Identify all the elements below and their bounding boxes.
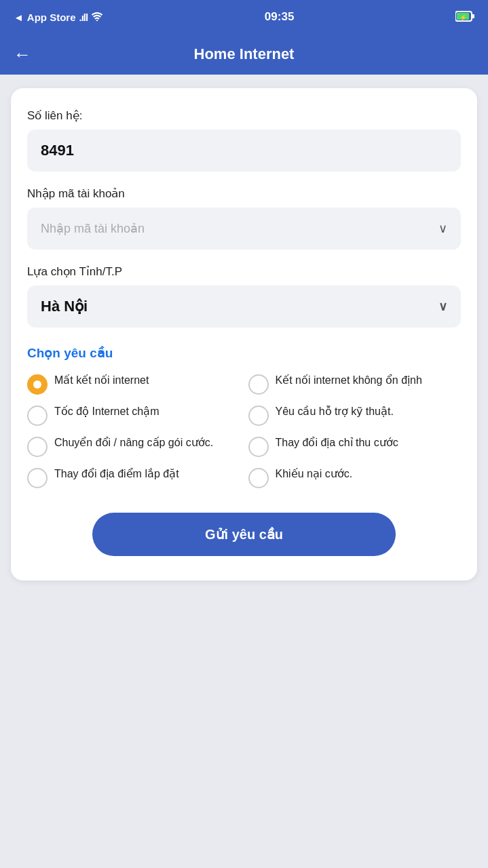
contact-input[interactable] (27, 130, 461, 172)
radio-label-3: Tốc độ Internet chậm (54, 404, 159, 419)
account-placeholder: Nhập mã tài khoản (41, 221, 145, 236)
province-label: Lựa chọn Tỉnh/T.P (27, 264, 461, 279)
account-label: Nhập mã tài khoản (27, 186, 461, 201)
status-left: ◄ App Store .ıll (14, 12, 103, 23)
carrier-label: App Store (27, 12, 76, 23)
main-content: Số liên hệ: Nhập mã tài khoản Nhập mã tà… (0, 75, 488, 601)
battery-icon: ⚡ (455, 11, 474, 24)
radio-option-6[interactable]: Thay đổi địa chỉ thu cước (248, 435, 462, 457)
radio-circle-6 (248, 437, 269, 457)
section-header: Chọn yêu cầu (27, 345, 461, 361)
chevron-down-icon-2: ∨ (438, 299, 447, 314)
radio-grid: Mất kết nối internet Kết nối internet kh… (27, 373, 461, 488)
radio-circle-2 (248, 374, 269, 395)
svg-point-0 (96, 20, 98, 21)
status-right: ⚡ (455, 11, 474, 24)
chevron-down-icon: ∨ (438, 221, 447, 236)
radio-circle-4 (248, 406, 269, 426)
status-time: 09:35 (265, 10, 294, 24)
radio-option-1[interactable]: Mất kết nối internet (27, 373, 240, 395)
radio-label-1: Mất kết nối internet (54, 373, 149, 388)
svg-text:⚡: ⚡ (459, 14, 468, 22)
radio-circle-7 (27, 468, 48, 488)
page-title: Home Internet (194, 45, 295, 63)
radio-circle-3 (27, 406, 48, 426)
back-button[interactable]: ← (14, 44, 31, 65)
back-carrier-icon: ◄ (14, 12, 24, 23)
radio-label-6: Thay đổi địa chỉ thu cước (276, 435, 398, 450)
radio-circle-5 (27, 437, 48, 457)
radio-circle-8 (248, 468, 269, 488)
radio-option-8[interactable]: Khiếu nại cước. (248, 467, 462, 488)
radio-label-7: Thay đổi địa điểm lắp đặt (54, 467, 179, 481)
radio-circle-1 (27, 374, 48, 395)
radio-option-7[interactable]: Thay đổi địa điểm lắp đặt (27, 467, 240, 488)
radio-label-8: Khiếu nại cước. (276, 467, 353, 481)
svg-rect-2 (472, 14, 474, 18)
contact-label: Số liên hệ: (27, 108, 461, 123)
status-bar: ◄ App Store .ıll 09:35 ⚡ (0, 0, 488, 34)
submit-button[interactable]: Gửi yêu cầu (92, 513, 396, 556)
radio-label-4: Yêu cầu hỗ trợ kỹ thuật. (276, 404, 394, 419)
form-card: Số liên hệ: Nhập mã tài khoản Nhập mã tà… (11, 88, 477, 580)
radio-option-4[interactable]: Yêu cầu hỗ trợ kỹ thuật. (248, 404, 462, 426)
wifi-icon (91, 12, 103, 23)
radio-option-3[interactable]: Tốc độ Internet chậm (27, 404, 240, 426)
radio-option-2[interactable]: Kết nối internet không ổn định (248, 373, 462, 395)
signal-icon: .ıll (79, 12, 88, 23)
radio-label-5: Chuyển đổi / nâng cấp gói cước. (54, 435, 213, 450)
province-value: Hà Nội (41, 298, 88, 315)
radio-option-5[interactable]: Chuyển đổi / nâng cấp gói cước. (27, 435, 240, 457)
province-dropdown[interactable]: Hà Nội ∨ (27, 285, 461, 328)
nav-bar: ← Home Internet (0, 34, 488, 75)
account-dropdown[interactable]: Nhập mã tài khoản ∨ (27, 208, 461, 250)
radio-label-2: Kết nối internet không ổn định (276, 373, 422, 388)
